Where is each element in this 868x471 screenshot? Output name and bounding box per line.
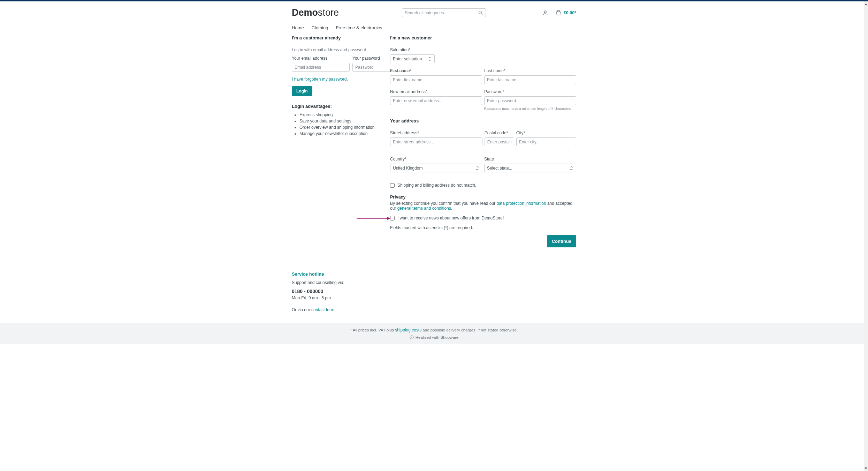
newsletter-label: I want to receive news about new offers … (397, 216, 504, 220)
state-select[interactable]: Select state... (484, 164, 576, 172)
support-text: Support and counselling via: (292, 280, 576, 285)
lastname-input[interactable] (484, 75, 576, 84)
password-hint: Passwords must have a minimum length of … (484, 107, 576, 111)
country-label: Country* (390, 157, 482, 162)
bottom-bar: * All prices incl. VAT plus shipping cos… (0, 323, 868, 344)
city-label: City* (516, 130, 576, 135)
privacy-heading: Privacy (390, 195, 576, 200)
email-label: Your email address (292, 56, 350, 61)
svg-point-2 (544, 11, 546, 13)
main-content: I'm a customer already Log in with email… (292, 35, 576, 254)
address-heading: Your address (390, 118, 576, 126)
street-label: Street address* (390, 130, 482, 135)
realised-line: Realised with Shopware (0, 335, 868, 339)
new-email-input[interactable] (390, 96, 482, 105)
nav-home[interactable]: Home (292, 25, 304, 30)
login-email-input[interactable] (292, 63, 350, 72)
register-heading: I'm a new customer (390, 35, 576, 43)
newsletter-checkbox[interactable] (390, 216, 395, 220)
search-icon[interactable] (478, 10, 483, 15)
data-protection-link[interactable]: data protection information (497, 201, 546, 206)
logo-light: store (318, 7, 339, 18)
postal-label: Postal code* (485, 130, 514, 135)
footer: Service hotline Support and counselling … (0, 263, 868, 344)
salutation-select[interactable]: Enter salutation... (390, 54, 435, 63)
shipping-diff-checkbox[interactable] (390, 183, 395, 188)
shopware-icon (410, 335, 414, 339)
svg-point-5 (410, 336, 413, 339)
new-email-label: New email address* (390, 89, 482, 94)
cart-button[interactable]: €0.00* (555, 10, 576, 16)
advantages-list: Express shopping Save your data and sett… (292, 112, 381, 136)
phone-number: 0180 - 000000 (292, 289, 576, 294)
login-button[interactable]: Login (292, 86, 312, 96)
logo-bold: Demo (292, 7, 318, 18)
new-password-label: Password* (484, 89, 576, 94)
new-password-input[interactable] (484, 96, 576, 105)
user-icon[interactable] (542, 10, 548, 16)
list-item: Order overview and shipping information (299, 125, 381, 130)
logo[interactable]: Demostore (292, 7, 339, 18)
terms-link[interactable]: general terms and conditions (397, 206, 451, 211)
salutation-label: Salutation* (390, 47, 576, 52)
firstname-label: First name* (390, 68, 482, 73)
main-nav: Home Clothing Free time & electronics (292, 18, 576, 35)
prices-note: * All prices incl. VAT plus shipping cos… (0, 328, 868, 332)
postal-input[interactable] (485, 137, 514, 146)
continue-button[interactable]: Continue (547, 235, 576, 247)
shipping-diff-label: Shipping and billing address do not matc… (397, 183, 476, 188)
bag-icon (555, 10, 562, 16)
scroll-up-button[interactable] (864, 1, 868, 7)
nav-clothing[interactable]: Clothing (312, 25, 328, 30)
login-heading: I'm a customer already (292, 35, 381, 43)
country-select[interactable]: United Kingdom (390, 164, 482, 172)
lastname-label: Last name* (484, 68, 576, 73)
header-actions: €0.00* (542, 10, 576, 16)
hotline-heading: Service hotline (292, 271, 576, 277)
search-input[interactable] (402, 8, 486, 17)
svg-point-0 (479, 11, 482, 14)
search-container (402, 8, 486, 17)
state-label: State (484, 157, 576, 162)
city-input[interactable] (516, 137, 576, 146)
header: Demostore €0.00* (292, 1, 576, 18)
register-column: I'm a new customer Salutation* Enter sal… (390, 35, 576, 254)
login-instruction: Log in with email address and password (292, 47, 381, 52)
privacy-text: By selecting continue you confirm that y… (390, 201, 576, 211)
contact-text: Or via our contact form. (292, 307, 576, 312)
svg-line-1 (481, 14, 482, 15)
list-item: Manage your newsletter subscription (299, 131, 381, 136)
contact-form-link[interactable]: contact form (311, 307, 334, 312)
required-note: Fields marked with asterisks (*) are req… (390, 225, 576, 230)
list-item: Express shopping (299, 112, 381, 117)
forgot-password-link[interactable]: I have forgotten my password. (292, 77, 348, 82)
firstname-input[interactable] (390, 75, 482, 84)
cart-total: €0.00* (564, 10, 576, 15)
street-input[interactable] (390, 137, 482, 146)
nav-freetime[interactable]: Free time & electronics (336, 25, 382, 30)
list-item: Save your data and settings (299, 119, 381, 124)
scrollbar[interactable] (864, 1, 868, 344)
login-column: I'm a customer already Log in with email… (292, 35, 381, 254)
shipping-costs-link[interactable]: shipping costs (395, 328, 421, 332)
advantages-heading: Login advantages: (292, 104, 381, 109)
hours-text: Mon-Fri, 9 am - 5 pm (292, 296, 576, 300)
